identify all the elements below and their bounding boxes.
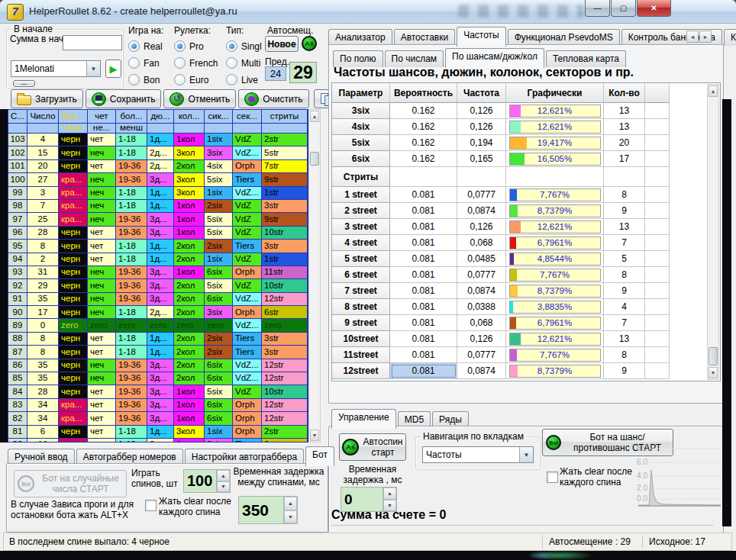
- freq-param-cell[interactable]: 8 street: [332, 299, 390, 315]
- table-row[interactable]: 8234кра...чет19-363д...1кол6sixOrph12str: [8, 412, 308, 425]
- freq-frequency-cell[interactable]: 0,0874: [457, 283, 506, 299]
- freq-frequency-cell[interactable]: 0,068: [457, 235, 506, 251]
- radio-option-real[interactable]: Real: [128, 40, 171, 52]
- freq-probability-cell[interactable]: 0.081: [390, 251, 457, 267]
- maximize-button[interactable]: ▢: [611, 0, 636, 17]
- freq-param-cell[interactable]: 12street: [332, 363, 390, 379]
- freq-count-cell[interactable]: 9: [604, 283, 645, 299]
- column-header-9[interactable]: стриты: [262, 110, 308, 124]
- отменить-button[interactable]: ↺Отменить: [163, 89, 236, 108]
- freq-frequency-cell[interactable]: 0,126: [457, 103, 506, 119]
- freq-row[interactable]: 12street0.0810,08748,7379%9: [332, 363, 720, 379]
- table-row[interactable]: 10027кра...неч19-363д...3кол5sixTiers9st…: [8, 173, 308, 186]
- table-row[interactable]: 8016кра...чет1-182д...1кол3sixTiers6str: [8, 439, 308, 443]
- freq-graph-cell[interactable]: 12,621%: [506, 119, 604, 135]
- column-header-3[interactable]: чет: [88, 110, 116, 124]
- freq-graph-cell[interactable]: 6,7961%: [506, 315, 604, 331]
- freq-param-cell[interactable]: 11street: [332, 347, 390, 363]
- tab-scroll-right-button[interactable]: ►: [699, 31, 712, 43]
- radio-icon[interactable]: [128, 57, 140, 69]
- radio-icon[interactable]: [226, 40, 237, 52]
- freq-count-cell[interactable]: 9: [604, 203, 645, 219]
- start-sum-input[interactable]: [63, 35, 122, 50]
- tab-scroll-left-button[interactable]: ◄: [686, 31, 699, 43]
- table-row[interactable]: 9229черннеч19-363д...2кол5sixVdZ10str: [8, 279, 308, 292]
- radio-icon[interactable]: [174, 57, 186, 69]
- radio-option-multi[interactable]: Multi: [226, 57, 269, 69]
- freq-probability-cell[interactable]: 0.162: [390, 119, 457, 135]
- radio-icon[interactable]: [226, 57, 237, 69]
- freq-count-cell[interactable]: 13: [604, 219, 645, 235]
- scroll-down-icon[interactable]: ▼: [310, 430, 319, 441]
- freq-graph-cell[interactable]: 6,7961%: [506, 235, 604, 251]
- close-button[interactable]: ✕: [637, 0, 671, 17]
- freq-row[interactable]: 3 street0.0810,12612,621%13: [332, 219, 720, 235]
- table-row[interactable]: 942чернчет1-181д...2кол1sixVdZ1str: [8, 253, 308, 266]
- table-row[interactable]: 9135черннеч19-363д...2кол6sixVdZ...12str: [8, 293, 308, 306]
- freq-frequency-cell[interactable]: 0,194: [457, 135, 506, 151]
- table-row[interactable]: 9725кра...неч19-363д...1кол5sixVdZ9str: [8, 213, 308, 226]
- preset-combo[interactable]: 1Melonati ▼: [11, 60, 101, 77]
- freq-frequency-cell[interactable]: 0,126: [457, 219, 506, 235]
- column-header-4[interactable]: бол...: [116, 110, 147, 124]
- freq-param-cell[interactable]: 2 street: [332, 203, 390, 219]
- freq-row[interactable]: 3six0.1620,12612,621%13: [332, 103, 720, 119]
- freq-param-cell[interactable]: 9 street: [332, 315, 390, 331]
- stepper-down-icon[interactable]: ▼: [217, 481, 230, 493]
- table-row[interactable]: 890zerozerozerozerozerozeroVdZ...zero: [8, 319, 308, 332]
- freq-header-вероятность[interactable]: Вероятность: [390, 83, 457, 103]
- freq-count-cell[interactable]: 8: [604, 347, 645, 363]
- freq-row[interactable]: 6 street0.0810,07777,767%8: [332, 267, 720, 283]
- radio-option-singl[interactable]: Singl: [226, 40, 269, 52]
- freq-row[interactable]: 4 street0.0810,0686,7961%7: [332, 235, 720, 251]
- freq-probability-cell[interactable]: 0.081: [390, 315, 457, 331]
- freq-probability-cell[interactable]: 0.081: [390, 219, 457, 235]
- subtab-по-числам[interactable]: По числам: [385, 50, 444, 67]
- freq-row[interactable]: 2 street0.0810,08748,7379%9: [332, 203, 720, 219]
- freq-header-кол-во[interactable]: Кол-во: [604, 83, 645, 103]
- nav-combo[interactable]: Частоты ▼: [422, 446, 534, 463]
- freq-graph-cell[interactable]: 8,7379%: [506, 363, 604, 379]
- scrollbar-thumb[interactable]: [709, 347, 718, 365]
- table-row[interactable]: 993кра...неч1-181д...3кол1sixVdZ...1str: [8, 187, 308, 200]
- chevron-down-icon[interactable]: ▼: [86, 61, 100, 76]
- radio-option-pro[interactable]: Pro: [174, 40, 217, 52]
- freq-graph-cell[interactable]: 7,767%: [506, 267, 604, 283]
- freq-row[interactable]: 4six0.1620,12612,621%13: [332, 119, 720, 135]
- freq-row[interactable]: 7 street0.0810,08748,7379%9: [332, 283, 720, 299]
- subtab-по-полю[interactable]: По полю: [333, 50, 383, 67]
- freq-probability-cell[interactable]: 0.162: [390, 151, 457, 167]
- column-header-2[interactable]: Кра...: [59, 110, 88, 124]
- column-header-5[interactable]: дю...: [147, 110, 174, 124]
- freq-frequency-cell[interactable]: 0,0874: [457, 203, 506, 219]
- freq-count-cell[interactable]: 5: [604, 251, 645, 267]
- freq-param-cell[interactable]: 4six: [332, 119, 390, 135]
- freq-graph-cell[interactable]: 12,621%: [506, 331, 604, 347]
- table-row[interactable]: 8635черннеч19-363д...2кол6sixVdZ...12str: [8, 359, 308, 372]
- radio-icon[interactable]: [174, 74, 186, 85]
- table-row[interactable]: 8428чернчет19-363д...1кол5sixVdZ10str: [8, 385, 308, 398]
- radio-icon[interactable]: [226, 74, 237, 85]
- autospin-start-button[interactable]: As Автоспин старт: [339, 433, 406, 461]
- freq-param-cell[interactable]: 5 street: [332, 251, 390, 267]
- freq-frequency-cell[interactable]: 0,0777: [457, 187, 506, 203]
- clear-after-spin-checkbox[interactable]: [145, 500, 157, 511]
- radio-icon[interactable]: [128, 40, 140, 52]
- freq-graph-cell[interactable]: 8,7379%: [506, 203, 604, 219]
- table-row[interactable]: 958чернчет1-181д...2кол2sixTiers3str: [8, 240, 308, 253]
- freq-param-cell[interactable]: 6 street: [332, 267, 390, 283]
- table-row[interactable]: 10215черннеч1-182д...3кол3sixVdZ...5str: [8, 146, 308, 159]
- table-row[interactable]: 9628чернчет19-363д...1кол5sixVdZ10str: [8, 227, 308, 240]
- freq-graph-cell[interactable]: 16,505%: [506, 151, 604, 167]
- freq-frequency-cell[interactable]: 0,0388: [457, 299, 506, 315]
- subtab-тепловая-карта[interactable]: Тепловая карта: [546, 50, 626, 67]
- freq-row[interactable]: Стриты: [332, 167, 720, 187]
- freq-frequency-cell[interactable]: 0,126: [457, 119, 506, 135]
- stepper-up-icon[interactable]: ▲: [383, 488, 396, 500]
- freq-graph-cell[interactable]: 12,621%: [506, 103, 604, 119]
- freq-frequency-cell[interactable]: 0,0485: [457, 251, 506, 267]
- freq-header-частота[interactable]: Частота: [457, 83, 506, 103]
- title-bar[interactable]: 7 HelperRoullet 8.62 - create helperroul…: [0, 0, 736, 24]
- random-bot-start-button[interactable]: Bot Бот на случайные числа СТАРТ: [14, 470, 127, 497]
- spin-delay-stepper[interactable]: 350 ▲▼: [238, 496, 298, 524]
